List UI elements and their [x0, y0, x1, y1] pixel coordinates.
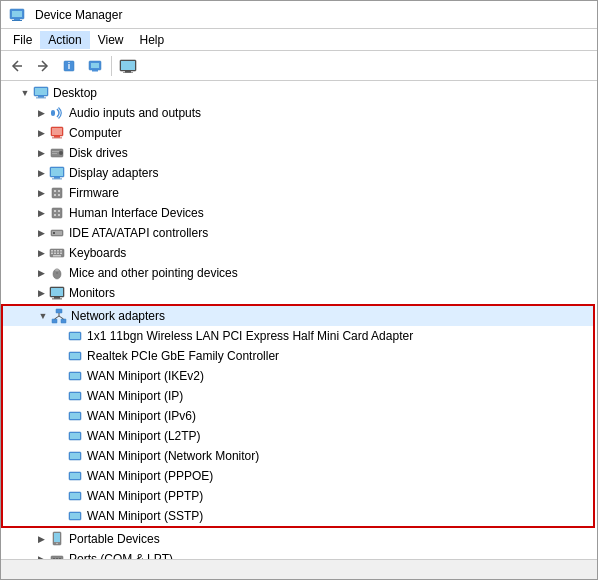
- tree-item-audio[interactable]: Audio inputs and outputs: [1, 103, 597, 123]
- wan-pppoe-icon: [67, 468, 83, 484]
- window-title: Device Manager: [35, 8, 122, 22]
- title-bar-icon: [9, 7, 25, 23]
- menu-file[interactable]: File: [5, 31, 40, 49]
- menu-help[interactable]: Help: [132, 31, 173, 49]
- svg-rect-48: [57, 250, 59, 252]
- expand-network[interactable]: [35, 308, 51, 324]
- svg-rect-75: [70, 393, 80, 399]
- portable-label: Portable Devices: [69, 532, 160, 546]
- svg-rect-61: [52, 299, 62, 300]
- expand-mice[interactable]: [33, 265, 49, 281]
- svg-rect-33: [54, 190, 56, 192]
- expand-display[interactable]: [33, 165, 49, 181]
- hid-icon: [49, 205, 65, 221]
- firmware-icon: [49, 185, 65, 201]
- tree-item-wan-sstp[interactable]: WAN Miniport (SSTP): [3, 506, 593, 526]
- svg-rect-3: [12, 20, 22, 21]
- audio-icon: [49, 105, 65, 121]
- svg-rect-27: [52, 153, 57, 154]
- expand-computer[interactable]: [33, 125, 49, 141]
- svg-rect-69: [70, 333, 80, 339]
- expand-portable[interactable]: [33, 531, 49, 547]
- tree-item-wan-ikev2[interactable]: WAN Miniport (IKEv2): [3, 366, 593, 386]
- portable-icon: [49, 531, 65, 547]
- ports-icon: [49, 551, 65, 559]
- tree-item-wan-pppoe[interactable]: WAN Miniport (PPPOE): [3, 466, 593, 486]
- update-driver-button[interactable]: [83, 54, 107, 78]
- wan-ip-label: WAN Miniport (IP): [87, 389, 183, 403]
- svg-rect-37: [52, 208, 62, 218]
- tree-item-firmware[interactable]: Firmware: [1, 183, 597, 203]
- svg-rect-49: [60, 250, 62, 252]
- expand-audio[interactable]: [33, 105, 49, 121]
- tree-item-keyboards[interactable]: Keyboards: [1, 243, 597, 263]
- monitors-icon: [49, 285, 65, 301]
- status-bar: [1, 559, 597, 579]
- tree-item-portable[interactable]: Portable Devices: [1, 529, 597, 549]
- expand-keyboards[interactable]: [33, 245, 49, 261]
- expand-ports[interactable]: [33, 551, 49, 559]
- wan-ipv6-icon: [67, 408, 83, 424]
- wan-ip-icon: [67, 388, 83, 404]
- back-button[interactable]: [5, 54, 29, 78]
- menu-view[interactable]: View: [90, 31, 132, 49]
- svg-rect-16: [35, 88, 47, 95]
- svg-rect-38: [54, 210, 56, 212]
- toolbar-separator: [111, 56, 112, 76]
- expand-disk[interactable]: [33, 145, 49, 161]
- keyboard-icon: [49, 245, 65, 261]
- wan-pptp-icon: [67, 488, 83, 504]
- svg-rect-52: [57, 253, 59, 255]
- tree-item-realtek[interactable]: Realtek PCIe GbE Family Controller: [3, 346, 593, 366]
- menu-bar: File Action View Help: [1, 29, 597, 51]
- tree-item-disk[interactable]: Disk drives: [1, 143, 597, 163]
- wan-pppoe-label: WAN Miniport (PPPOE): [87, 469, 213, 483]
- tree-item-mice[interactable]: Mice and other pointing devices: [1, 263, 597, 283]
- wan-ikev2-label: WAN Miniport (IKEv2): [87, 369, 204, 383]
- hid-label: Human Interface Devices: [69, 206, 204, 220]
- svg-rect-60: [54, 297, 60, 299]
- svg-rect-34: [58, 190, 60, 192]
- svg-rect-1: [12, 11, 22, 17]
- svg-rect-59: [51, 288, 63, 296]
- monitor-button[interactable]: [116, 54, 140, 78]
- svg-rect-30: [54, 177, 60, 179]
- tree-item-wan-ipv6[interactable]: WAN Miniport (IPv6): [3, 406, 593, 426]
- tree-item-display[interactable]: Display adapters: [1, 163, 597, 183]
- tree-item-wan-ip[interactable]: WAN Miniport (IP): [3, 386, 593, 406]
- content-area[interactable]: Desktop Audio inputs and outputs: [1, 81, 597, 559]
- tree-item-wifi[interactable]: 1x1 11bgn Wireless LAN PCI Express Half …: [3, 326, 593, 346]
- wan-netmon-label: WAN Miniport (Network Monitor): [87, 449, 259, 463]
- wifi-icon: [67, 328, 83, 344]
- tree-item-hid[interactable]: Human Interface Devices: [1, 203, 597, 223]
- tree-item-computer[interactable]: Computer: [1, 123, 597, 143]
- svg-rect-53: [60, 253, 62, 255]
- tree-item-wan-pptp[interactable]: WAN Miniport (PPTP): [3, 486, 593, 506]
- wan-pptp-label: WAN Miniport (PPTP): [87, 489, 203, 503]
- tree-item-wan-netmon[interactable]: WAN Miniport (Network Monitor): [3, 446, 593, 466]
- tree-item-desktop[interactable]: Desktop: [1, 83, 597, 103]
- svg-line-66: [55, 316, 60, 319]
- expand-firmware[interactable]: [33, 185, 49, 201]
- wan-ikev2-icon: [67, 368, 83, 384]
- tree-item-ide[interactable]: IDE ATA/ATAPI controllers: [1, 223, 597, 243]
- expand-ide[interactable]: [33, 225, 49, 241]
- tree-item-monitors[interactable]: Monitors: [1, 283, 597, 303]
- title-bar: Device Manager: [1, 1, 597, 29]
- svg-rect-87: [70, 513, 80, 519]
- audio-label: Audio inputs and outputs: [69, 106, 201, 120]
- forward-button[interactable]: [31, 54, 55, 78]
- expand-monitors[interactable]: [33, 285, 49, 301]
- properties-button[interactable]: i: [57, 54, 81, 78]
- tree-item-wan-l2tp[interactable]: WAN Miniport (L2TP): [3, 426, 593, 446]
- expand-desktop[interactable]: [17, 85, 33, 101]
- computer-icon: [49, 125, 65, 141]
- svg-rect-46: [51, 250, 53, 252]
- expand-hid[interactable]: [33, 205, 49, 221]
- tree-item-ports[interactable]: Ports (COM & LPT): [1, 549, 597, 559]
- desktop-icon: [33, 85, 49, 101]
- menu-action[interactable]: Action: [40, 31, 89, 49]
- keyboards-label: Keyboards: [69, 246, 126, 260]
- tree-item-network[interactable]: Network adapters: [3, 306, 593, 326]
- svg-rect-22: [54, 136, 60, 138]
